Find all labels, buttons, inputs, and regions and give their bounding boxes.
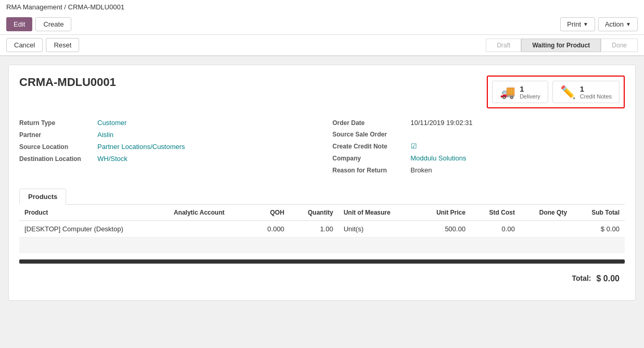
create-credit-note-checkbox[interactable]: ☑ — [411, 142, 417, 150]
source-location-label: Source Location — [19, 143, 97, 151]
company-value[interactable]: Moddulu Solutions — [411, 154, 466, 162]
reason-for-return-label: Reason for Return — [333, 167, 411, 174]
done-qty-value — [520, 221, 572, 238]
delivery-label: Delivery — [520, 93, 540, 100]
breadcrumb: RMA Management / CRMA-MDLU0001 — [0, 0, 644, 14]
toolbar-right: Print ▼ Action ▼ — [560, 17, 638, 31]
product-name: [DESKTOP] Computer (Desktop) — [19, 221, 169, 238]
delivery-smart-button[interactable]: 🚚 1 Delivery — [492, 81, 548, 103]
analytic-account — [169, 221, 252, 238]
source-location-value[interactable]: Partner Locations/Customers — [97, 143, 185, 151]
form-right: Order Date 10/11/2019 19:02:31 Source Sa… — [333, 119, 625, 178]
total-label: Total: — [572, 274, 591, 283]
company-label: Company — [333, 155, 411, 162]
credit-notes-smart-button[interactable]: ✏️ 1 Credit Notes — [552, 81, 620, 103]
action-button[interactable]: Action ▼ — [598, 17, 638, 31]
destination-location-value[interactable]: WH/Stock — [97, 155, 128, 163]
cancel-button[interactable]: Cancel — [6, 38, 43, 52]
sub-total-value: $ 0.00 — [572, 221, 625, 238]
col-unit-price: Unit Price — [416, 205, 471, 221]
status-bar: Cancel Reset Draft Waiting for Product D… — [0, 35, 644, 56]
destination-location-row: Destination Location WH/Stock — [19, 155, 312, 163]
source-sale-order-label: Source Sale Order — [333, 131, 411, 138]
create-credit-note-label: Create Credit Note — [333, 143, 411, 150]
delivery-truck-icon: 🚚 — [500, 85, 515, 100]
status-step-draft[interactable]: Draft — [486, 39, 521, 52]
record-header: CRMA-MDLU0001 🚚 1 Delivery ✏️ 1 Credit N… — [19, 76, 625, 108]
order-date-value: 10/11/2019 19:02:31 — [411, 119, 473, 127]
credit-notes-count: 1 — [580, 84, 584, 93]
print-label: Print — [567, 20, 581, 28]
reason-for-return-row: Reason for Return Broken — [333, 166, 625, 174]
source-sale-order-row: Source Sale Order — [333, 131, 625, 138]
std-cost-value: 0.00 — [471, 221, 520, 238]
col-analytic-account: Analytic Account — [169, 205, 252, 221]
credit-notes-button-content: 1 Credit Notes — [580, 84, 612, 100]
create-button[interactable]: Create — [35, 17, 71, 31]
record-title: CRMA-MDLU0001 — [19, 76, 116, 89]
smart-buttons: 🚚 1 Delivery ✏️ 1 Credit Notes — [487, 76, 625, 108]
status-steps: Draft Waiting for Product Done — [486, 39, 638, 52]
products-table: Product Analytic Account QOH Quantity Un… — [19, 205, 625, 238]
tabs-section: Products Product Analytic Account QOH Qu… — [19, 189, 625, 253]
breadcrumb-parent[interactable]: RMA Management — [6, 3, 62, 11]
partner-value[interactable]: Aislin — [97, 131, 113, 139]
status-step-done[interactable]: Done — [601, 39, 638, 52]
record-card: CRMA-MDLU0001 🚚 1 Delivery ✏️ 1 Credit N… — [8, 65, 636, 301]
table-footer — [19, 238, 625, 253]
create-credit-note-row: Create Credit Note ☑ — [333, 142, 625, 150]
quantity-value: 1.00 — [289, 221, 338, 238]
table-row[interactable]: [DESKTOP] Computer (Desktop) 0.000 1.00 … — [19, 221, 625, 238]
action-chevron-icon: ▼ — [626, 21, 631, 27]
breadcrumb-current: CRMA-MDLU0001 — [68, 3, 124, 11]
destination-location-label: Destination Location — [19, 155, 97, 163]
order-date-label: Order Date — [333, 119, 411, 127]
total-section: Total: $ 0.00 — [19, 268, 625, 290]
qoh-value: 0.000 — [252, 221, 289, 238]
reset-button[interactable]: Reset — [46, 38, 79, 52]
action-label: Action — [605, 20, 624, 28]
credit-notes-label: Credit Notes — [580, 93, 612, 100]
table-header-row: Product Analytic Account QOH Quantity Un… — [19, 205, 625, 221]
unit-of-measure-value: Unit(s) — [338, 221, 416, 238]
total-value: $ 0.00 — [597, 274, 620, 283]
breadcrumb-separator: / — [64, 3, 66, 11]
return-type-value[interactable]: Customer — [97, 119, 127, 127]
col-product: Product — [19, 205, 169, 221]
company-row: Company Moddulu Solutions — [333, 154, 625, 162]
reason-for-return-value: Broken — [411, 166, 432, 174]
col-done-qty: Done Qty — [520, 205, 572, 221]
print-chevron-icon: ▼ — [583, 21, 588, 27]
source-location-row: Source Location Partner Locations/Custom… — [19, 143, 312, 151]
tab-products[interactable]: Products — [19, 189, 66, 205]
status-bar-left: Cancel Reset — [6, 38, 79, 52]
main-content: CRMA-MDLU0001 🚚 1 Delivery ✏️ 1 Credit N… — [0, 56, 644, 309]
form-left: Return Type Customer Partner Aislin Sour… — [19, 119, 312, 178]
col-unit-of-measure: Unit of Measure — [338, 205, 416, 221]
delivery-button-content: 1 Delivery — [520, 84, 540, 100]
credit-notes-edit-icon: ✏️ — [560, 85, 576, 100]
partner-row: Partner Aislin — [19, 131, 312, 139]
col-sub-total: Sub Total — [572, 205, 625, 221]
form-section: Return Type Customer Partner Aislin Sour… — [19, 119, 625, 178]
return-type-label: Return Type — [19, 119, 97, 127]
col-std-cost: Std Cost — [471, 205, 520, 221]
tab-header: Products — [19, 189, 625, 205]
progress-bar — [19, 259, 625, 264]
order-date-row: Order Date 10/11/2019 19:02:31 — [333, 119, 625, 127]
toolbar-left: Edit Create — [6, 17, 71, 31]
delivery-count: 1 — [520, 84, 524, 93]
toolbar: Edit Create Print ▼ Action ▼ — [0, 14, 644, 35]
col-quantity: Quantity — [289, 205, 338, 221]
edit-button[interactable]: Edit — [6, 17, 32, 31]
print-button[interactable]: Print ▼ — [560, 17, 595, 31]
col-qoh: QOH — [252, 205, 289, 221]
partner-label: Partner — [19, 131, 97, 139]
return-type-row: Return Type Customer — [19, 119, 312, 127]
unit-price-value: 500.00 — [416, 221, 471, 238]
status-step-waiting[interactable]: Waiting for Product — [521, 39, 601, 52]
